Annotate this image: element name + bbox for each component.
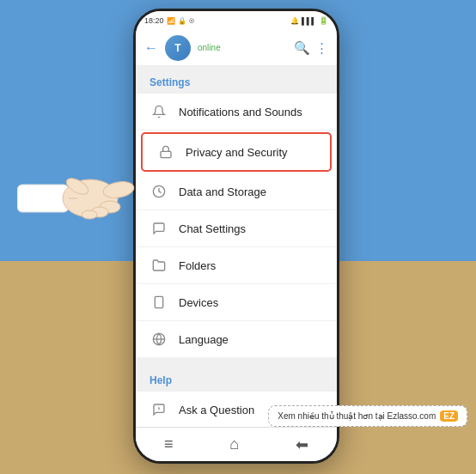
chat-icon: [150, 219, 168, 238]
settings-item-privacy[interactable]: Privacy and Security: [143, 134, 330, 170]
section-header-settings: Settings: [136, 66, 337, 94]
section-divider: [136, 357, 337, 364]
more-icon[interactable]: ⋮: [315, 40, 328, 56]
settings-item-devices[interactable]: Devices: [136, 284, 337, 321]
settings-item-folders[interactable]: Folders: [136, 247, 337, 284]
online-status: online: [198, 43, 287, 52]
activity-icon: ◎: [189, 17, 194, 24]
settings-item-notifications[interactable]: Notifications and Sounds: [136, 94, 337, 131]
battery-icon: 🔋: [319, 16, 328, 25]
svg-rect-0: [17, 185, 69, 212]
menu-icon[interactable]: ≡: [164, 435, 174, 453]
settings-group-main: Notifications and Sounds Privacy and Sec…: [136, 94, 337, 357]
settings-item-language[interactable]: Language: [136, 321, 337, 357]
home-icon[interactable]: ⌂: [229, 435, 239, 453]
back-button[interactable]: ←: [144, 40, 158, 56]
network-icon: 📶: [167, 17, 175, 25]
app-bar: ← T online 🔍 ⋮: [136, 30, 337, 66]
status-bar: 18:20 📶 🔒 ◎ 🔔 ▌▌▌ 🔋: [136, 11, 337, 30]
status-time: 18:20: [144, 16, 164, 25]
hand-pointer: [17, 167, 137, 228]
language-label: Language: [179, 333, 229, 346]
devices-label: Devices: [179, 296, 218, 309]
status-right: 🔔 ▌▌▌ 🔋: [290, 16, 328, 25]
scene: 18:20 📶 🔒 ◎ 🔔 ▌▌▌ 🔋 ← T online 🔍 ⋮: [0, 0, 476, 474]
settings-item-data[interactable]: Data and Storage: [136, 173, 337, 210]
settings-item-privacy-wrapper: Privacy and Security: [141, 132, 332, 172]
bell-icon: [150, 102, 168, 121]
watermark-tooltip: Xem nhiều thủ thuật hơn tại Ezlasso.com …: [268, 405, 467, 427]
signal-icon: ▌▌▌: [302, 17, 316, 25]
svg-point-5: [82, 210, 97, 219]
phone: 18:20 📶 🔒 ◎ 🔔 ▌▌▌ 🔋 ← T online 🔍 ⋮: [133, 9, 339, 464]
ez-badge: EZ: [440, 410, 458, 422]
wifi-icon: 🔒: [178, 17, 186, 25]
chat-settings-label: Chat Settings: [179, 222, 246, 235]
clock-icon: [150, 182, 168, 201]
bottom-nav: ≡ ⌂ ⬅: [136, 427, 337, 461]
folders-label: Folders: [179, 259, 216, 272]
settings-content: Settings Notifications and Sounds: [136, 66, 337, 427]
avatar: T: [165, 35, 191, 61]
status-left: 18:20 📶 🔒 ◎: [144, 16, 194, 25]
app-bar-icons: 🔍 ⋮: [294, 40, 328, 56]
ask-question-label: Ask a Question: [179, 404, 254, 416]
folder-icon: [150, 256, 168, 275]
search-icon[interactable]: 🔍: [294, 40, 310, 56]
lock-icon: [156, 143, 175, 161]
app-bar-title: online: [198, 43, 287, 52]
settings-item-chat[interactable]: Chat Settings: [136, 210, 337, 247]
question-chat-icon: [150, 400, 168, 419]
section-header-help: Help: [136, 364, 337, 392]
privacy-label: Privacy and Security: [186, 146, 288, 159]
alarm-icon: 🔔: [290, 17, 299, 25]
watermark-text: Xem nhiều thủ thuật hơn tại Ezlasso.com: [278, 411, 436, 421]
svg-rect-8: [161, 151, 171, 157]
back-nav-icon[interactable]: ⬅: [296, 435, 308, 454]
notifications-label: Notifications and Sounds: [179, 106, 302, 118]
globe-icon: [150, 330, 168, 349]
data-storage-label: Data and Storage: [179, 185, 266, 198]
devices-icon: [150, 293, 168, 312]
